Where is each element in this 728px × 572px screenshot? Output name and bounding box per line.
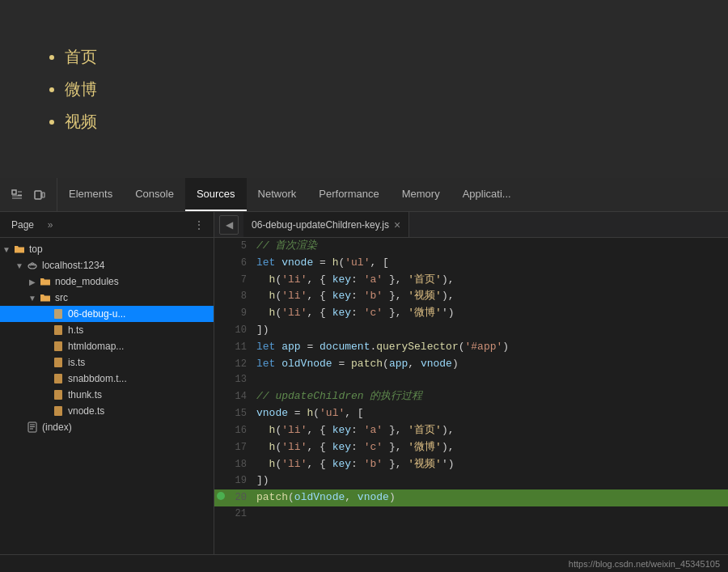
code-function: patch bbox=[351, 358, 383, 370]
code-punct: , { bbox=[307, 307, 332, 319]
code-file-tab[interactable]: 06-debug-updateChildren-key.js × bbox=[243, 212, 409, 237]
page-tab[interactable]: Page bbox=[6, 218, 39, 232]
tree-item-src[interactable]: ▼src bbox=[0, 290, 214, 306]
status-url: https://blog.csdn.net/weixin_45345105 bbox=[569, 559, 720, 569]
code-line: 19]) bbox=[214, 472, 728, 489]
code-comment: // 首次渲染 bbox=[256, 239, 317, 252]
sidebar-options-btn[interactable]: ⋮ bbox=[191, 217, 207, 233]
line-number: 14 bbox=[227, 389, 256, 405]
file-tree: ▼top▼localhost:1234▶node_modules▼src06-d… bbox=[0, 238, 214, 554]
code-string: '#app' bbox=[465, 341, 503, 353]
code-variable: vnode bbox=[256, 407, 288, 419]
file-icon bbox=[52, 356, 65, 369]
breakpoint-dot bbox=[217, 492, 225, 500]
tree-arrow: ▼ bbox=[26, 291, 39, 304]
code-string: 'li' bbox=[281, 290, 307, 302]
code-punct: : bbox=[351, 424, 364, 436]
code-comment: // updateChildren 的执行过程 bbox=[256, 390, 422, 402]
devtools-tab-elements[interactable]: Elements bbox=[57, 178, 124, 211]
inspect-icon[interactable] bbox=[8, 186, 26, 204]
file-tree-sidebar: Page » ⋮ ▼top▼localhost:1234▶node_module… bbox=[0, 212, 214, 554]
code-punct bbox=[256, 424, 269, 436]
line-number: 12 bbox=[227, 357, 256, 372]
tab-close-btn[interactable]: × bbox=[394, 218, 400, 231]
tree-label: 06-debug-u... bbox=[68, 308, 125, 320]
devtools-body: Page » ⋮ ▼top▼localhost:1234▶node_module… bbox=[0, 212, 728, 554]
svg-rect-10 bbox=[54, 406, 62, 416]
file-icon bbox=[52, 324, 65, 337]
code-string: 'li' bbox=[281, 307, 307, 319]
code-punct: ) bbox=[389, 491, 396, 503]
code-content[interactable]: 5// 首次渲染6let vnode = h('ul', [7 h('li', … bbox=[214, 238, 728, 554]
preview-list-item: 微博 bbox=[65, 73, 97, 105]
code-keyword: let bbox=[256, 358, 281, 370]
code-punct: , { bbox=[307, 290, 332, 302]
tree-item-index[interactable]: (index) bbox=[0, 419, 214, 435]
devtools-tab-network[interactable]: Network bbox=[247, 178, 308, 211]
tree-label: h.ts bbox=[68, 324, 83, 336]
preview-list-item: 首页 bbox=[65, 40, 97, 73]
code-punct bbox=[256, 307, 269, 319]
tree-label: node_modules bbox=[55, 276, 119, 287]
devtools-tab-memory[interactable]: Memory bbox=[391, 178, 451, 211]
code-string: 'c' bbox=[364, 441, 383, 453]
back-btn[interactable]: ◀ bbox=[219, 215, 239, 235]
code-line: 7 h('li', { key: 'a' }, '首页'), bbox=[214, 272, 728, 289]
tree-item-file-is[interactable]: is.ts bbox=[0, 354, 214, 371]
line-content: vnode = h('ul', [ bbox=[256, 405, 364, 422]
line-content: h('li', { key: 'c' }, '微博'') bbox=[256, 305, 455, 322]
devtools-tab-console[interactable]: Console bbox=[124, 178, 185, 211]
code-line: 14// updateChildren 的执行过程 bbox=[214, 388, 728, 405]
code-punct: }, bbox=[383, 273, 408, 286]
tree-item-file-vnode[interactable]: vnode.ts bbox=[0, 403, 214, 419]
page-icon bbox=[26, 421, 39, 434]
code-punct: , { bbox=[307, 458, 332, 470]
code-string-gold: '首页' bbox=[408, 273, 442, 286]
devtools-tab-sources[interactable]: Sources bbox=[185, 178, 247, 211]
code-punct: ), bbox=[442, 441, 455, 453]
code-punct: ( bbox=[383, 358, 389, 370]
tree-item-node_modules[interactable]: ▶node_modules bbox=[0, 273, 214, 290]
code-line: 21 bbox=[214, 506, 728, 523]
line-number: 10 bbox=[227, 323, 256, 338]
code-string: 'b' bbox=[364, 458, 383, 470]
code-tab-bar: ◀ 06-debug-updateChildren-key.js × bbox=[214, 212, 728, 238]
svg-rect-5 bbox=[54, 325, 62, 335]
devtools-tab-application[interactable]: Applicati... bbox=[451, 178, 523, 211]
code-variable: app bbox=[389, 358, 408, 370]
devtools-tab-performance[interactable]: Performance bbox=[307, 178, 390, 211]
line-number: 19 bbox=[227, 473, 256, 489]
code-punct: , bbox=[408, 358, 421, 370]
breakpoint-marker[interactable] bbox=[214, 492, 227, 500]
code-string-gold: '首页' bbox=[408, 424, 442, 436]
svg-rect-6 bbox=[54, 341, 62, 351]
code-punct: ]) bbox=[256, 324, 269, 336]
sidebar-header: Page » ⋮ bbox=[0, 212, 214, 238]
line-content: ]) bbox=[256, 472, 269, 489]
code-line: 11let app = document.querySelector('#app… bbox=[214, 339, 728, 356]
file-icon bbox=[52, 307, 65, 320]
tree-item-file-snabbdom[interactable]: snabbdom.t... bbox=[0, 371, 214, 387]
tree-item-localhost[interactable]: ▼localhost:1234 bbox=[0, 257, 214, 273]
tree-item-file-htmldomap[interactable]: htmldomap... bbox=[0, 338, 214, 354]
code-punct: }, bbox=[383, 290, 408, 302]
code-string: 'a' bbox=[364, 273, 383, 286]
file-icon bbox=[52, 405, 65, 417]
tree-item-file-h[interactable]: h.ts bbox=[0, 322, 214, 338]
code-filename: 06-debug-updateChildren-key.js bbox=[252, 219, 389, 231]
sidebar-more-tabs-btn[interactable]: » bbox=[42, 217, 58, 233]
tree-item-top[interactable]: ▼top bbox=[0, 241, 214, 257]
line-number: 15 bbox=[227, 406, 256, 422]
tree-item-file-thunk[interactable]: thunk.ts bbox=[0, 387, 214, 403]
code-string: 'li' bbox=[281, 273, 307, 286]
file-icon bbox=[52, 388, 65, 401]
code-line: 10]) bbox=[214, 322, 728, 339]
code-punct bbox=[256, 441, 269, 453]
code-string: 'ul' bbox=[345, 256, 370, 269]
status-bar: https://blog.csdn.net/weixin_45345105 bbox=[0, 554, 728, 572]
code-variable: app bbox=[281, 341, 300, 353]
code-line: 18 h('li', { key: 'b' }, '视频'') bbox=[214, 456, 728, 473]
tree-arrow: ▼ bbox=[0, 243, 13, 256]
device-icon[interactable] bbox=[31, 186, 49, 204]
tree-item-file-debug[interactable]: 06-debug-u... bbox=[0, 306, 214, 322]
